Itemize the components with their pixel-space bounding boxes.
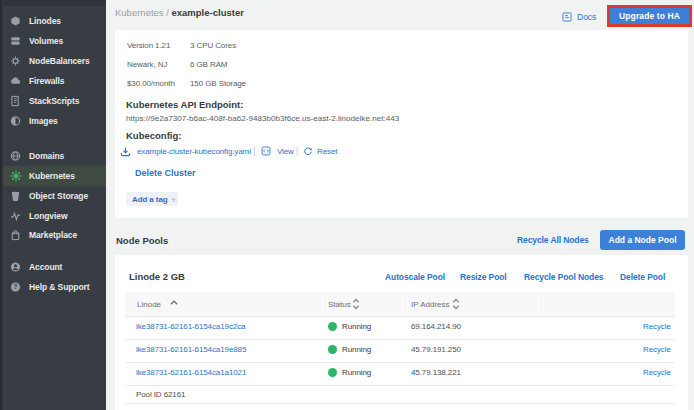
svg-text:?: ? xyxy=(14,283,18,290)
